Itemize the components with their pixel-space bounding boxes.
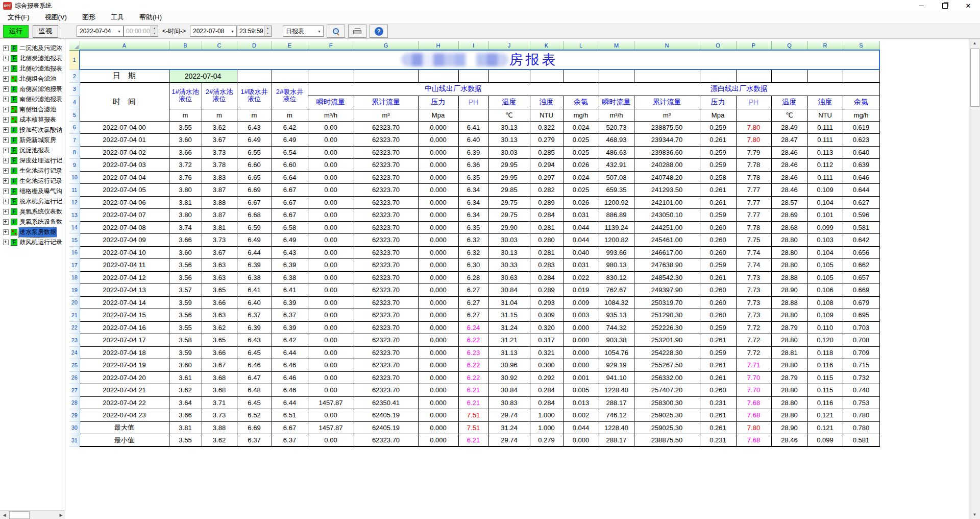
unit-cell[interactable]: Mpa	[418, 109, 458, 121]
sidebar-item-10[interactable]: F沉淀池报表	[0, 145, 65, 155]
data-cell[interactable]: 0.285	[530, 146, 563, 159]
data-cell[interactable]: 0.000	[418, 321, 458, 334]
expand-plus-icon[interactable]	[3, 178, 9, 184]
data-cell[interactable]: 0.101	[807, 209, 843, 222]
sidebar-item-7[interactable]: 成本核算报表	[0, 114, 65, 125]
data-cell[interactable]: 0.261	[700, 334, 736, 347]
restore-button[interactable]	[933, 0, 957, 11]
data-cell[interactable]: 3.55	[169, 434, 202, 447]
time-cell[interactable]: 2022-07-04 07	[80, 209, 169, 222]
data-cell[interactable]: 0.000	[418, 196, 458, 209]
data-cell[interactable]: 0.000	[563, 359, 599, 372]
data-cell[interactable]: 0.000	[418, 209, 458, 222]
column-header-P[interactable]: P	[736, 41, 771, 50]
data-cell[interactable]: 0.261	[700, 271, 736, 284]
scroll-up-icon[interactable]: ▲	[970, 39, 979, 48]
data-cell[interactable]: 0.013	[563, 396, 599, 409]
row-header-26[interactable]: 26	[69, 371, 80, 384]
data-cell[interactable]: 3.73	[202, 234, 237, 247]
data-cell[interactable]: 0.000	[418, 334, 458, 347]
data-cell[interactable]: 6.69	[237, 421, 272, 434]
measure-header-cell[interactable]: 累计流量	[634, 96, 700, 109]
data-cell[interactable]: 6.22	[458, 359, 488, 372]
data-cell[interactable]: 0.000	[418, 284, 458, 297]
data-cell[interactable]: 0.00	[308, 221, 354, 234]
vertical-scrollbar[interactable]: ▲ ▼	[969, 39, 980, 519]
data-cell[interactable]: 0.000	[418, 146, 458, 159]
time-cell[interactable]: 2022-07-04 02	[80, 146, 169, 159]
data-cell[interactable]: 0.000	[418, 234, 458, 247]
expand-plus-icon[interactable]	[3, 219, 9, 225]
data-cell[interactable]: 242101.00	[634, 196, 700, 209]
data-cell[interactable]: 3.81	[169, 196, 202, 209]
data-cell[interactable]: 62323.70	[354, 246, 418, 259]
data-cell[interactable]: 28.80	[771, 334, 807, 347]
data-cell[interactable]: 0.261	[700, 409, 736, 422]
empty-cell[interactable]	[308, 69, 354, 82]
data-cell[interactable]: 0.00	[308, 171, 354, 184]
sidebar-horizontal-scrollbar[interactable]: ◀ ▶	[0, 510, 65, 519]
data-cell[interactable]: 0.000	[418, 296, 458, 309]
data-cell[interactable]: 6.47	[237, 371, 272, 384]
data-cell[interactable]: 6.37	[237, 434, 272, 447]
data-cell[interactable]: 6.45	[237, 396, 272, 409]
data-cell[interactable]: 0.259	[700, 259, 736, 272]
time-cell[interactable]: 2022-07-04 03	[80, 159, 169, 172]
data-cell[interactable]: 3.67	[202, 246, 237, 259]
data-cell[interactable]: 0.116	[807, 396, 843, 409]
data-cell[interactable]: 28.46	[771, 171, 807, 184]
date-from-combo[interactable]: 2022-07-04 ▼	[77, 26, 124, 37]
data-cell[interactable]: 0.258	[700, 171, 736, 184]
help-button[interactable]: ?	[370, 25, 388, 38]
time-label-cell[interactable]: 时 间	[80, 82, 169, 121]
data-cell[interactable]: 7.74	[736, 246, 771, 259]
data-cell[interactable]: 6.46	[272, 371, 308, 384]
data-cell[interactable]: 0.753	[843, 396, 879, 409]
data-cell[interactable]: 746.12	[599, 409, 634, 422]
data-cell[interactable]: 0.260	[700, 296, 736, 309]
data-cell[interactable]: 0.105	[807, 259, 843, 272]
column-header-B[interactable]: B	[169, 41, 202, 50]
data-cell[interactable]: 6.44	[237, 246, 272, 259]
data-cell[interactable]: 253201.90	[634, 334, 700, 347]
data-cell[interactable]: 3.74	[169, 221, 202, 234]
data-cell[interactable]: 6.64	[272, 171, 308, 184]
data-cell[interactable]: 3.76	[169, 171, 202, 184]
data-cell[interactable]: 0.623	[843, 134, 879, 147]
data-cell[interactable]: 7.72	[736, 321, 771, 334]
column-header-R[interactable]: R	[807, 41, 843, 50]
data-cell[interactable]: 7.72	[736, 334, 771, 347]
expand-plus-icon[interactable]	[3, 86, 9, 92]
data-cell[interactable]: 0.709	[843, 346, 879, 359]
measure-header-cell[interactable]: 压力	[700, 96, 736, 109]
data-cell[interactable]: 239836.60	[634, 146, 700, 159]
data-cell[interactable]: 6.48	[237, 384, 272, 397]
unit-cell[interactable]: m³	[354, 109, 418, 121]
row-header-3[interactable]: 3	[69, 82, 80, 96]
data-cell[interactable]: 7.80	[736, 121, 771, 134]
data-cell[interactable]: 0.00	[308, 271, 354, 284]
data-cell[interactable]: 0.104	[807, 196, 843, 209]
data-cell[interactable]: 6.60	[272, 159, 308, 172]
unit-cell[interactable]: mg/h	[843, 109, 879, 121]
data-cell[interactable]: 6.52	[237, 409, 272, 422]
data-cell[interactable]: 258300.30	[634, 396, 700, 409]
expand-plus-icon[interactable]	[3, 45, 9, 51]
data-cell[interactable]: 0.619	[843, 121, 879, 134]
data-cell[interactable]: 0.000	[418, 409, 458, 422]
data-cell[interactable]: 1228.40	[599, 421, 634, 434]
data-cell[interactable]: 6.55	[237, 146, 272, 159]
run-button[interactable]: 运行	[3, 25, 29, 38]
data-cell[interactable]: 0.025	[563, 146, 599, 159]
data-cell[interactable]: 28.79	[771, 321, 807, 334]
data-cell[interactable]: 6.39	[272, 321, 308, 334]
data-cell[interactable]: 1457.87	[308, 396, 354, 409]
data-cell[interactable]: 0.780	[843, 409, 879, 422]
expand-plus-icon[interactable]	[3, 137, 9, 143]
column-header-Q[interactable]: Q	[771, 41, 807, 50]
unit-cell[interactable]: mg/h	[563, 109, 599, 121]
data-cell[interactable]: 28.57	[771, 196, 807, 209]
data-cell[interactable]: 3.80	[169, 184, 202, 197]
sidebar-item-0[interactable]: F二沉池及污泥浓	[0, 43, 65, 53]
data-cell[interactable]: 288.17	[599, 396, 634, 409]
